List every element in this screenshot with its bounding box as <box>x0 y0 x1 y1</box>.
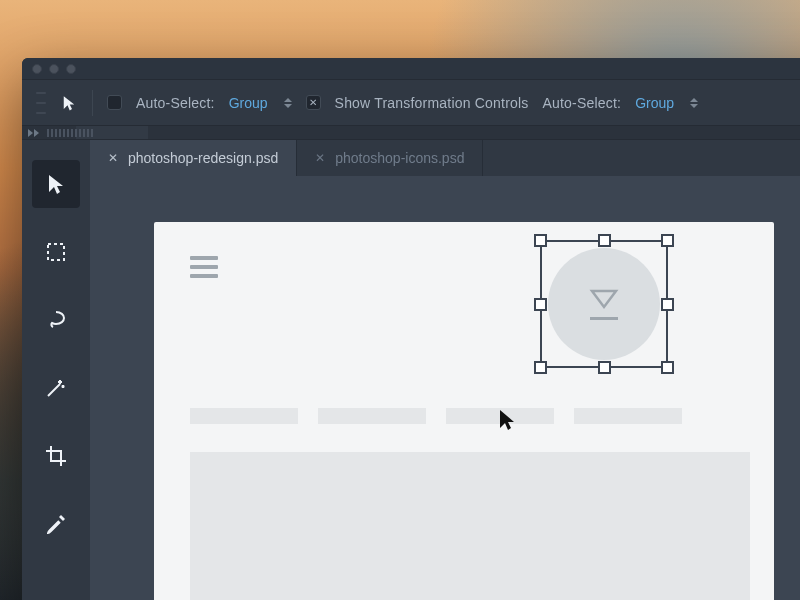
placeholder-block <box>190 452 750 600</box>
tools-panel <box>22 140 90 600</box>
transform-handle[interactable] <box>598 361 611 374</box>
auto-select-label-1: Auto-Select: <box>136 95 215 111</box>
transform-handle[interactable] <box>534 234 547 247</box>
document-tab-title: photoshop-icons.psd <box>335 150 464 166</box>
move-tool-indicator-icon <box>60 94 78 112</box>
auto-select-label-2: Auto-Select: <box>543 95 622 111</box>
close-tab-icon[interactable]: ✕ <box>315 151 325 165</box>
auto-select-stepper-2[interactable] <box>690 98 698 108</box>
transform-handle[interactable] <box>534 298 547 311</box>
minimize-traffic-light[interactable] <box>49 64 59 74</box>
app-window: Auto-Select: Group Show Transformation C… <box>22 58 800 600</box>
divider <box>92 90 93 116</box>
show-transform-checkbox[interactable] <box>306 95 321 110</box>
options-bar-grip[interactable] <box>36 92 46 114</box>
document-tab[interactable]: ✕ photoshop-icons.psd <box>297 140 483 176</box>
transform-handle[interactable] <box>534 361 547 374</box>
cursor-icon <box>498 408 516 436</box>
panel-toggle-strip[interactable] <box>22 126 800 140</box>
auto-select-stepper-1[interactable] <box>284 98 292 108</box>
close-traffic-light[interactable] <box>32 64 42 74</box>
canvas-viewport[interactable] <box>90 176 800 600</box>
auto-select-value-2[interactable]: Group <box>635 95 674 111</box>
tool-marquee[interactable] <box>32 228 80 276</box>
transform-bounding-box[interactable] <box>540 240 668 368</box>
expand-panels-icon[interactable] <box>28 129 39 137</box>
document-tab[interactable]: ✕ photoshop-redesign.psd <box>90 140 297 176</box>
auto-select-checkbox-1[interactable] <box>107 95 122 110</box>
tool-crop[interactable] <box>32 432 80 480</box>
workspace: ✕ photoshop-redesign.psd ✕ photoshop-ico… <box>90 140 800 600</box>
artboard[interactable] <box>154 222 774 600</box>
zoom-traffic-light[interactable] <box>66 64 76 74</box>
auto-select-value-1[interactable]: Group <box>229 95 268 111</box>
transform-handle[interactable] <box>661 361 674 374</box>
selected-layer[interactable] <box>540 240 668 368</box>
close-tab-icon[interactable]: ✕ <box>108 151 118 165</box>
transform-handle[interactable] <box>661 298 674 311</box>
tool-magic-wand[interactable] <box>32 364 80 412</box>
placeholder-row <box>190 408 682 424</box>
transform-handle[interactable] <box>598 234 611 247</box>
menu-icon <box>190 256 218 278</box>
show-transform-label: Show Transformation Controls <box>335 95 529 111</box>
titlebar[interactable] <box>22 58 800 80</box>
tool-eyedropper[interactable] <box>32 500 80 548</box>
document-tabs: ✕ photoshop-redesign.psd ✕ photoshop-ico… <box>90 140 800 176</box>
tool-lasso[interactable] <box>32 296 80 344</box>
document-tab-title: photoshop-redesign.psd <box>128 150 278 166</box>
transform-handle[interactable] <box>661 234 674 247</box>
svg-rect-0 <box>48 244 64 260</box>
options-bar: Auto-Select: Group Show Transformation C… <box>22 80 800 126</box>
tool-move[interactable] <box>32 160 80 208</box>
